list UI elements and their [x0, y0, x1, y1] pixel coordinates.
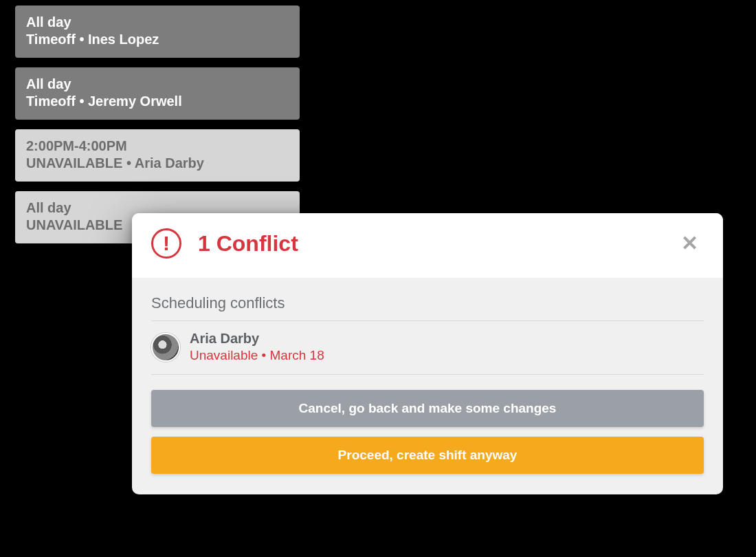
event-time: 2:00PM-4:00PM — [26, 138, 289, 155]
event-card[interactable]: 2:00PM-4:00PM UNAVAILABLE • Aria Darby — [15, 129, 300, 182]
modal-title: 1 Conflict — [198, 231, 676, 256]
conflict-reason: Unavailable • March 18 — [190, 348, 324, 363]
proceed-button[interactable]: Proceed, create shift anyway — [151, 437, 704, 474]
close-icon[interactable]: ✕ — [676, 230, 704, 256]
cancel-button[interactable]: Cancel, go back and make some changes — [151, 390, 704, 427]
avatar — [151, 333, 180, 362]
modal-header: ! 1 Conflict ✕ — [132, 213, 723, 278]
event-time: All day — [26, 76, 289, 93]
event-card[interactable]: All day Timeoff • Ines Lopez — [15, 6, 300, 58]
event-detail: Timeoff • Jeremy Orwell — [26, 93, 289, 110]
conflict-row: Aria Darby Unavailable • March 18 — [151, 321, 704, 375]
modal-body: Scheduling conflicts Aria Darby Unavaila… — [132, 278, 723, 494]
event-time: All day — [26, 14, 289, 31]
section-heading: Scheduling conflicts — [151, 294, 704, 321]
event-detail: Timeoff • Ines Lopez — [26, 31, 289, 48]
event-detail: UNAVAILABLE • Aria Darby — [26, 155, 289, 172]
alert-icon: ! — [151, 228, 181, 259]
event-card[interactable]: All day Timeoff • Jeremy Orwell — [15, 67, 300, 120]
conflict-name: Aria Darby — [190, 331, 324, 347]
conflict-text: Aria Darby Unavailable • March 18 — [190, 331, 324, 363]
conflict-modal: ! 1 Conflict ✕ Scheduling conflicts Aria… — [132, 213, 723, 494]
